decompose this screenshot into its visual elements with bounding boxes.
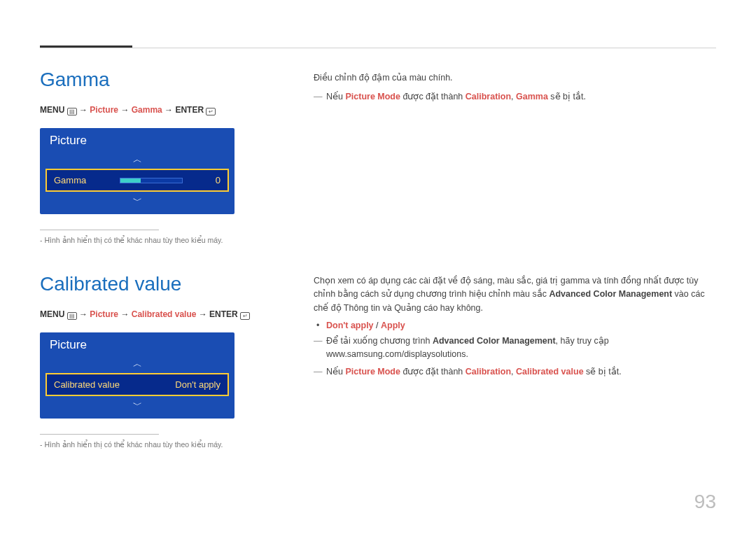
nav-menu-label: MENU: [40, 105, 64, 115]
osd-up-arrow[interactable]: ︿: [40, 355, 234, 373]
header-divider: [40, 48, 716, 48]
osd-title: Picture: [40, 128, 234, 150]
osd-item-calibrated[interactable]: Calibrated value Don't apply: [46, 373, 229, 396]
header-accent: [40, 45, 132, 48]
note-divider: [40, 230, 159, 230]
osd-down-arrow[interactable]: ﹀: [40, 192, 234, 210]
menu-icon: [67, 108, 77, 115]
menu-icon: [67, 312, 77, 320]
osd-up-arrow[interactable]: ︿: [40, 150, 234, 169]
osd-item-label: Gamma: [54, 175, 86, 185]
desc-calibrated: Chọn xem có áp dụng các cài đặt về độ sá…: [314, 274, 716, 315]
osd-title: Picture: [40, 332, 234, 355]
section-calibrated-right: Chọn xem có áp dụng các cài đặt về độ sá…: [314, 274, 716, 382]
osd-down-arrow[interactable]: ﹀: [40, 396, 234, 414]
note-calibrated: Hình ảnh hiển thị có thể khác nhau tùy t…: [40, 440, 271, 449]
nav-picture: Picture: [90, 105, 118, 115]
heading-gamma: Gamma: [40, 69, 271, 91]
nav-path-gamma: MENU → Picture → Gamma → ENTER: [40, 105, 271, 115]
heading-calibrated: Calibrated value: [40, 273, 271, 295]
section-gamma-left: Gamma MENU → Picture → Gamma → ENTER Pic…: [40, 69, 271, 244]
note-calibrated-disabled: Nếu Picture Mode được đặt thành Calibrat…: [314, 365, 716, 379]
osd-item-label: Calibrated value: [54, 379, 120, 390]
note-gamma-disabled: Nếu Picture Mode được đặt thành Calibrat…: [314, 90, 716, 104]
desc-gamma: Điều chỉnh độ đậm của màu chính.: [314, 71, 716, 85]
osd-calibrated: Picture ︿ Calibrated value Don't apply ﹀: [40, 332, 234, 419]
nav-menu-label: MENU: [40, 309, 64, 319]
nav-enter-label: ENTER: [175, 105, 204, 115]
nav-enter-label: ENTER: [209, 309, 238, 319]
osd-item-value: Don't apply: [175, 379, 220, 390]
osd-slider[interactable]: [120, 178, 183, 183]
osd-slider-fill: [120, 178, 141, 183]
osd-gamma: Picture ︿ Gamma 0 ﹀: [40, 128, 234, 214]
nav-path-calibrated: MENU → Picture → Calibrated value → ENTE…: [40, 309, 271, 320]
enter-icon: [206, 108, 216, 115]
nav-gamma: Gamma: [132, 105, 162, 115]
enter-icon: [240, 312, 250, 320]
note-divider: [40, 434, 159, 435]
note-gamma: Hình ảnh hiển thị có thể khác nhau tùy t…: [40, 236, 271, 244]
section-gamma-right: Điều chỉnh độ đậm của màu chính. Nếu Pic…: [314, 71, 716, 108]
page-number: 93: [694, 491, 716, 513]
options-apply: Don't apply / Apply: [314, 321, 716, 330]
note-download-acm: Để tải xuống chương trình Advanced Color…: [314, 335, 716, 361]
osd-item-value: 0: [216, 175, 220, 185]
section-calibrated-left: Calibrated value MENU → Picture → Calibr…: [40, 273, 271, 449]
nav-calibrated: Calibrated value: [132, 309, 197, 319]
nav-picture: Picture: [90, 309, 118, 319]
osd-item-gamma[interactable]: Gamma 0: [46, 169, 229, 192]
